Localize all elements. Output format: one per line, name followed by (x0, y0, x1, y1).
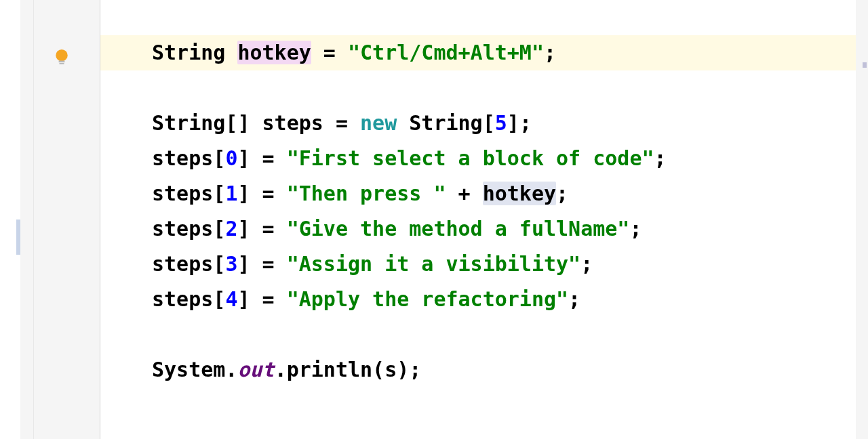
scrollbar-marker[interactable] (863, 62, 867, 68)
type-keyword: String[] (152, 111, 250, 135)
bracket: ] (507, 111, 519, 135)
array-access: steps[ (152, 217, 225, 241)
breakpoint-gutter[interactable] (0, 0, 20, 439)
number-literal: 5 (495, 111, 507, 135)
code-line-blank[interactable] (100, 70, 868, 106)
svg-point-0 (56, 49, 68, 62)
string-literal: "Apply the refactoring" (287, 287, 568, 311)
variable-hotkey-usage: hotkey (483, 182, 556, 205)
svg-rect-1 (59, 61, 65, 63)
variable-steps: steps (262, 111, 323, 135)
string-literal: "Then press " (287, 182, 446, 205)
semicolon: ; (544, 41, 556, 64)
string-literal: "Assign it a visibility" (287, 252, 580, 276)
code-line[interactable]: String[] steps = new String[5]; (100, 106, 868, 141)
code-line[interactable]: steps[2] = "Give the method a fullName"; (100, 211, 868, 247)
code-line[interactable]: steps[3] = "Assign it a visibility"; (100, 247, 868, 282)
operator: + (446, 182, 483, 205)
class-ref: System. (152, 358, 237, 381)
semicolon: ; (519, 111, 532, 135)
operator: = (311, 41, 348, 64)
scrollbar-track[interactable] (856, 0, 868, 439)
string-literal: "Ctrl/Cmd+Alt+M" (348, 41, 544, 64)
operator: ] = (237, 182, 286, 205)
number-literal: 0 (225, 146, 237, 170)
semicolon: ; (629, 217, 642, 241)
array-access: steps[ (152, 252, 225, 276)
number-literal: 4 (225, 287, 237, 311)
variable-hotkey: hotkey (237, 41, 311, 64)
code-line-blank[interactable] (100, 317, 868, 352)
array-access: steps[ (152, 287, 225, 311)
fold-gutter[interactable] (20, 0, 34, 439)
operator: ] = (237, 217, 286, 241)
new-keyword: new (360, 111, 397, 135)
operator: ] = (237, 252, 286, 276)
string-literal: "First select a block of code" (287, 146, 654, 170)
operator: = (323, 111, 360, 135)
array-access: steps[ (152, 182, 225, 205)
semicolon: ; (654, 146, 667, 170)
semicolon: ; (556, 182, 568, 205)
number-literal: 1 (225, 182, 237, 205)
intention-bulb-icon[interactable] (54, 49, 69, 68)
type-keyword: String[ (409, 111, 494, 135)
semicolon: ; (568, 287, 580, 311)
code-line-highlighted[interactable]: String hotkey = "Ctrl/Cmd+Alt+M"; (100, 35, 868, 70)
operator: ] = (237, 287, 286, 311)
array-access: steps[ (152, 146, 225, 170)
type-keyword: String (152, 41, 225, 64)
line-number-gutter[interactable] (34, 0, 100, 439)
number-literal: 3 (225, 252, 237, 276)
number-literal: 2 (225, 217, 237, 241)
vcs-change-marker[interactable] (16, 220, 20, 255)
code-line[interactable]: System.out.println(s); (100, 352, 868, 388)
string-literal: "Give the method a fullName" (287, 217, 630, 241)
code-line[interactable] (100, 0, 868, 35)
field-out: out (237, 358, 274, 381)
code-editor[interactable]: String hotkey = "Ctrl/Cmd+Alt+M"; String… (100, 0, 868, 439)
code-line[interactable]: steps[4] = "Apply the refactoring"; (100, 282, 868, 317)
semicolon: ; (580, 252, 593, 276)
code-line[interactable]: steps[1] = "Then press " + hotkey; (100, 176, 868, 211)
svg-rect-2 (60, 63, 64, 64)
operator: ] = (237, 146, 286, 170)
method-call: .println(s); (275, 358, 422, 381)
code-line[interactable]: steps[0] = "First select a block of code… (100, 141, 868, 176)
